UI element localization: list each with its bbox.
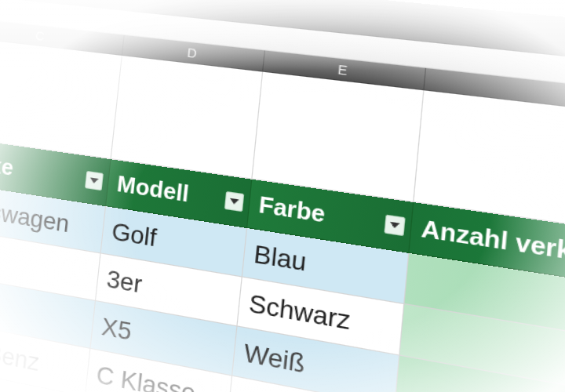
header-farbe-label: Farbe xyxy=(257,191,326,229)
filter-button[interactable] xyxy=(224,191,244,211)
header-modell-label: Modell xyxy=(115,170,190,208)
header-marke-label: Marke xyxy=(0,147,15,182)
chevron-down-icon xyxy=(89,177,98,183)
filter-button[interactable] xyxy=(384,214,405,236)
chevron-down-icon xyxy=(229,198,239,205)
chevron-down-icon xyxy=(389,221,399,228)
filter-button[interactable] xyxy=(85,170,104,190)
